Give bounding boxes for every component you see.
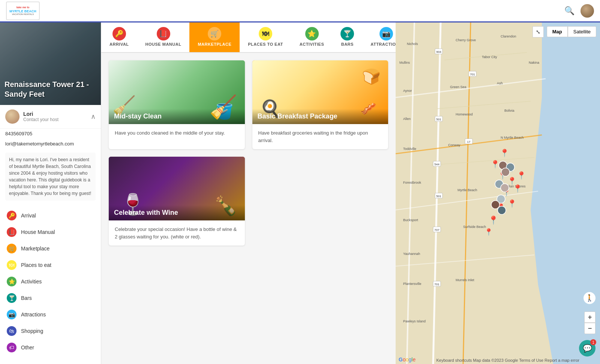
sidebar: Renaissance Tower 21 - Sandy Feet Lori C…: [0, 22, 101, 364]
sidebar-item-label-shopping: Shopping: [21, 328, 43, 334]
svg-text:📍: 📍: [513, 184, 522, 193]
activities-icon: ⭐: [7, 277, 16, 286]
svg-text:Conway: Conway: [448, 143, 460, 147]
chat-button[interactable]: 💬 1: [579, 340, 596, 357]
svg-text:Mullins: Mullins: [399, 61, 410, 64]
center-content: 🔑 ARRIVAL 📕 HOUSE MANUAL 🛒 MARKETPLACE 🍽…: [101, 22, 396, 364]
tab-attractions-label: ATTRACTIONS: [370, 42, 396, 46]
host-contact-label[interactable]: Contact your host: [23, 117, 91, 122]
sidebar-hero: Renaissance Tower 21 - Sandy Feet: [0, 22, 101, 105]
tab-house-manual-label: HOUSE MANUAL: [146, 42, 182, 46]
svg-text:Nichols: Nichols: [407, 42, 418, 46]
map-google-label: Google: [399, 357, 416, 363]
tab-bars[interactable]: 🍸 BARS: [332, 22, 362, 52]
tab-attractions-icon: 📷: [380, 27, 393, 40]
sidebar-item-label-house-manual: House Manual: [21, 229, 55, 235]
card-basic-breakfast-image: 🍳 🍞 🥓 Basic Breakfast Package: [252, 60, 388, 124]
host-section: Lori Contact your host ∧: [0, 105, 101, 129]
tab-house-manual[interactable]: 📕 HOUSE MANUAL: [137, 22, 190, 52]
svg-text:📍: 📍: [488, 215, 499, 225]
streetview-pegman[interactable]: 🚶: [584, 292, 596, 304]
tab-marketplace-label: MARKETPLACE: [198, 42, 231, 46]
host-name: Lori: [23, 111, 91, 117]
tab-attractions[interactable]: 📷 ATTRACTIONS: [362, 22, 396, 52]
card-celebrate-wine-image: 🍷 🍾 Celebrate with Wine: [109, 157, 245, 220]
tab-activities[interactable]: ⭐ ACTIVITIES: [291, 22, 333, 52]
sidebar-item-other[interactable]: 🏷 Other: [0, 339, 101, 356]
map-footer-links[interactable]: Keyboard shortcuts Map data ©2023 Google…: [436, 358, 579, 363]
svg-rect-71: [498, 206, 506, 214]
zoom-in-button[interactable]: +: [584, 312, 596, 323]
tab-places-to-eat[interactable]: 🍽 PLACES TO EAT: [240, 22, 291, 52]
svg-rect-66: [501, 168, 510, 176]
host-email[interactable]: lori@takemetomyrtlebeach.com: [0, 139, 101, 149]
card-mid-stay-clean-image: 🧹 🪣 Mid-stay Clean: [109, 60, 245, 124]
svg-text:17: 17: [467, 140, 471, 144]
svg-text:Allen: Allen: [403, 117, 411, 121]
sidebar-item-bars[interactable]: 🍸 Bars: [0, 290, 101, 306]
sidebar-item-label-attractions: Attractions: [21, 312, 46, 318]
bars-icon: 🍸: [7, 293, 16, 303]
map-background: Nichols Cherry Grove Clarendon Mullins T…: [396, 22, 600, 364]
main-layout: Renaissance Tower 21 - Sandy Feet Lori C…: [0, 22, 600, 364]
card-celebrate-wine-desc: Celebrate your special occasion! Have a …: [109, 220, 245, 246]
svg-text:Bolivia: Bolivia: [504, 109, 514, 112]
svg-text:544: 544: [434, 163, 440, 166]
zoom-out-button[interactable]: −: [584, 323, 596, 334]
search-icon[interactable]: 🔍: [564, 6, 574, 16]
map-expand-icon[interactable]: ⤡: [532, 26, 544, 37]
top-nav: take me to MYRTLE BEACH VACATION RENTALS…: [0, 0, 600, 22]
svg-text:Green Sea: Green Sea: [450, 85, 466, 89]
other-icon: 🏷: [7, 343, 16, 352]
svg-text:Bucksport: Bucksport: [403, 218, 418, 222]
sidebar-item-marketplace[interactable]: 🛒 Marketplace: [0, 240, 101, 257]
svg-text:Ash: Ash: [497, 81, 503, 85]
tab-activities-label: ACTIVITIES: [300, 42, 324, 46]
sidebar-item-label-arrival: Arrival: [21, 213, 36, 219]
svg-text:Homewood: Homewood: [456, 112, 473, 116]
logo-main-text: MYRTLE BEACH: [9, 9, 36, 13]
svg-text:Tabor City: Tabor City: [482, 55, 497, 59]
svg-text:707: 707: [434, 228, 440, 232]
sidebar-item-label-other: Other: [21, 345, 34, 351]
sidebar-item-attractions[interactable]: 📷 Attractions: [0, 306, 101, 323]
sidebar-item-places-to-eat[interactable]: 🍽 Places to eat: [0, 257, 101, 273]
sidebar-item-label-places-to-eat: Places to eat: [21, 262, 51, 268]
tab-arrival[interactable]: 🔑 ARRIVAL: [101, 22, 137, 52]
svg-text:N Myrtle Beach: N Myrtle Beach: [501, 136, 524, 139]
host-info: Lori Contact your host: [23, 111, 91, 122]
sidebar-item-activities[interactable]: ⭐ Activities: [0, 273, 101, 290]
svg-text:501: 501: [436, 118, 441, 121]
tab-activities-icon: ⭐: [305, 27, 319, 40]
map-button[interactable]: Map: [547, 26, 568, 37]
tab-places-to-eat-label: PLACES TO EAT: [248, 42, 283, 46]
host-phone[interactable]: 8435609705: [0, 129, 101, 139]
satellite-button[interactable]: Satellite: [568, 26, 596, 37]
svg-text:Forestbrook: Forestbrook: [403, 181, 422, 184]
svg-text:Pawleys Island: Pawleys Island: [403, 319, 426, 323]
card-basic-breakfast-desc: Have breakfast groceries waiting in the …: [252, 124, 388, 149]
logo[interactable]: take me to MYRTLE BEACH VACATION RENTALS: [6, 1, 40, 20]
tab-places-to-eat-icon: 🍽: [259, 27, 272, 40]
tab-bars-label: BARS: [341, 42, 354, 46]
svg-text:📍: 📍: [517, 171, 526, 180]
card-celebrate-wine[interactable]: 🍷 🍾 Celebrate with Wine Celebrate your s…: [109, 157, 245, 246]
card-mid-stay-clean[interactable]: 🧹 🪣 Mid-stay Clean Have you condo cleane…: [109, 60, 245, 149]
card-basic-breakfast[interactable]: 🍳 🍞 🥓 Basic Breakfast Package Have break…: [252, 60, 388, 149]
svg-text:Toddville: Toddville: [403, 147, 416, 151]
svg-text:904: 904: [436, 50, 441, 54]
tab-house-manual-icon: 📕: [157, 27, 170, 40]
card-mid-stay-clean-title: Mid-stay Clean: [109, 109, 245, 124]
avatar[interactable]: [580, 4, 594, 18]
sidebar-item-house-manual[interactable]: 📕 House Manual: [0, 224, 101, 240]
svg-text:501: 501: [436, 195, 441, 198]
card-mid-stay-clean-desc: Have you condo cleaned in the middle of …: [109, 124, 245, 142]
sidebar-item-shopping[interactable]: 🛍 Shopping: [0, 323, 101, 339]
sidebar-item-arrival[interactable]: 🔑 Arrival: [0, 207, 101, 224]
tab-marketplace[interactable]: 🛒 MARKETPLACE: [189, 22, 240, 52]
svg-text:Clarendon: Clarendon: [501, 34, 516, 38]
map-controls: Map Satellite: [547, 26, 596, 37]
svg-text:701: 701: [434, 283, 440, 286]
expand-icon[interactable]: ∧: [91, 112, 96, 121]
tab-arrival-label: ARRIVAL: [110, 42, 129, 46]
